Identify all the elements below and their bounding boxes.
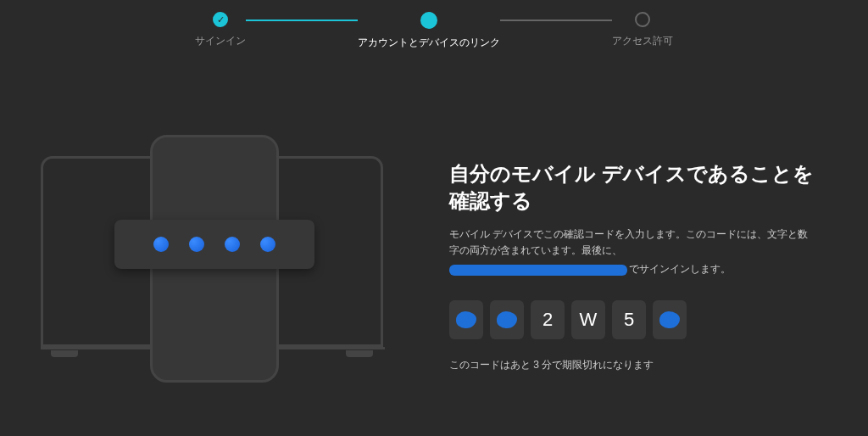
code-char-2 — [490, 300, 524, 339]
step-connector — [246, 20, 358, 21]
code-char-1 — [449, 300, 483, 339]
main-content: 自分のモバイル デバイスであることを確認する モバイル デバイスでこの確認コード… — [0, 50, 868, 381]
laptop-foot — [51, 350, 78, 357]
step-signin: ✓ サインイン — [195, 12, 246, 48]
step-link-device: アカウントとデバイスのリンク — [358, 12, 500, 50]
step-permissions: アクセス許可 — [612, 12, 673, 48]
code-dot-icon — [153, 237, 169, 252]
code-char-6 — [653, 300, 687, 339]
code-dot-icon — [260, 237, 275, 252]
verification-code: 2 W 5 — [449, 300, 817, 339]
verify-description-line2: でサインインします。 — [449, 262, 817, 277]
code-dot-icon — [189, 237, 204, 252]
laptop-foot — [346, 350, 373, 357]
redacted-char — [497, 311, 517, 328]
code-char-5: 5 — [612, 300, 646, 339]
code-char-3: 2 — [531, 300, 565, 339]
pending-step-icon — [635, 12, 650, 27]
redacted-text — [449, 265, 627, 276]
verify-description-line1: モバイル デバイスでこの確認コードを入力します。このコードには、文字と数字の両方… — [449, 226, 817, 259]
code-char-4: W — [571, 300, 605, 339]
verify-description-suffix: でサインインします。 — [629, 263, 731, 275]
active-step-icon — [420, 12, 437, 29]
step-label-permissions: アクセス許可 — [612, 34, 673, 48]
verify-heading: 自分のモバイル デバイスであることを確認する — [449, 160, 817, 215]
step-label-link: アカウントとデバイスのリンク — [358, 36, 500, 50]
step-label-signin: サインイン — [195, 34, 246, 48]
checkmark-icon: ✓ — [213, 12, 228, 27]
code-banner — [114, 220, 314, 269]
code-dot-icon — [225, 237, 240, 252]
redacted-char — [659, 311, 680, 328]
step-connector — [500, 20, 612, 21]
progress-stepper: ✓ サインイン アカウントとデバイスのリンク アクセス許可 — [0, 0, 868, 50]
redacted-char — [456, 311, 476, 328]
verify-panel: 自分のモバイル デバイスであることを確認する モバイル デバイスでこの確認コード… — [449, 135, 817, 372]
code-expiry-text: このコードはあと 3 分で期限切れになります — [449, 358, 817, 372]
device-illustration — [34, 126, 390, 381]
